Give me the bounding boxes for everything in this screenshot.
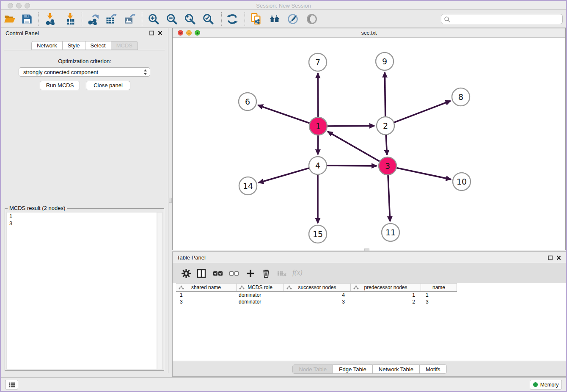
import-network-icon — [44, 13, 56, 25]
table-rows: 1dominator4113dominator323 — [176, 292, 457, 305]
column-header-predecessor-nodes[interactable]: predecessor nodes — [351, 284, 421, 291]
table-row[interactable]: 1dominator411 — [176, 292, 457, 298]
memory-button[interactable]: Memory — [530, 380, 562, 389]
control-panel-header: Control Panel — [1, 28, 168, 38]
toolbar-separator — [245, 12, 245, 26]
tab-node-table[interactable]: Node Table — [292, 364, 333, 374]
mcds-result-group: MCDS result (2 nodes) 13 — [5, 208, 164, 371]
clone-network-button[interactable] — [249, 12, 263, 26]
save-icon — [21, 13, 33, 25]
tab-network[interactable]: Network — [31, 41, 63, 50]
column-header-shared-name[interactable]: shared name — [176, 284, 237, 291]
deselect-all-button[interactable] — [228, 268, 240, 279]
table-cell[interactable]: dominator — [237, 292, 284, 298]
export-network-button[interactable] — [86, 12, 99, 26]
node-table: shared nameMCDS rolesuccessor nodesprede… — [173, 283, 567, 361]
main-titlebar: Session: New Session — [1, 1, 566, 10]
close-panel-button[interactable]: Close panel — [86, 81, 130, 90]
create-column-button[interactable] — [245, 268, 256, 279]
graph-node-label: 8 — [458, 92, 463, 102]
select-all-icon — [213, 268, 223, 279]
tab-edge-table[interactable]: Edge Table — [333, 364, 373, 374]
zoom-selected-button[interactable] — [201, 12, 215, 26]
horizontal-splitter-grip[interactable] — [364, 248, 369, 251]
column-type-icon — [179, 285, 184, 290]
tab-network-table[interactable]: Network Table — [373, 364, 420, 374]
mcds-result-line: 3 — [7, 220, 157, 227]
export-table-button[interactable] — [104, 12, 118, 26]
graph-edge-2-8[interactable] — [385, 101, 451, 126]
export-table-icon — [105, 13, 117, 25]
list-icon — [8, 381, 16, 388]
run-mcds-button[interactable]: Run MCDS — [40, 81, 80, 90]
first-neighbors-button[interactable] — [268, 12, 281, 26]
refresh-view-button[interactable] — [226, 12, 239, 26]
zoom-fit-button[interactable] — [183, 12, 197, 26]
table-cell[interactable]: 2 — [351, 298, 421, 305]
table-cell[interactable]: dominator — [237, 298, 284, 305]
zoom-fit-icon — [184, 13, 196, 25]
table-panel-title: Table Panel — [177, 254, 206, 261]
import-table-button[interactable] — [63, 12, 77, 26]
tab-mcds[interactable]: MCDS — [111, 41, 138, 50]
import-network-button[interactable] — [43, 12, 57, 26]
close-panel-icon[interactable] — [556, 255, 561, 260]
float-panel-icon[interactable] — [548, 255, 553, 260]
network-canvas[interactable]: 7968124314101511 — [173, 38, 565, 250]
function-builder-button[interactable]: f(x) — [292, 268, 303, 277]
show-columns-button[interactable] — [195, 268, 207, 279]
vertical-splitter-grip[interactable] — [169, 198, 172, 203]
refresh-icon — [226, 13, 238, 25]
graph-node-label: 11 — [385, 228, 396, 237]
table-cell[interactable]: 3 — [176, 298, 237, 305]
network-view-window: × − + scc.txt 7968124314101511 — [172, 28, 566, 250]
graph-edge-3-10[interactable] — [388, 166, 451, 179]
table-tabs-bar: Node TableEdge TableNetwork TableMotifs — [173, 361, 567, 376]
optimization-criterion-select[interactable]: strongly connected component — [19, 67, 150, 77]
column-header-mcds-role[interactable]: MCDS role — [237, 284, 284, 291]
table-cell[interactable]: 1 — [176, 292, 237, 298]
table-cell[interactable]: 1 — [421, 292, 457, 298]
close-panel-icon[interactable] — [157, 30, 163, 36]
tab-motifs[interactable]: Motifs — [420, 364, 447, 374]
result-scrollbar[interactable] — [157, 212, 162, 369]
mcds-result-title: MCDS result (2 nodes) — [8, 205, 67, 211]
table-cell[interactable]: 4 — [284, 292, 351, 298]
table-cell[interactable]: 3 — [284, 298, 351, 305]
memory-label: Memory — [540, 382, 559, 388]
control-panel-title: Control Panel — [6, 30, 39, 36]
columns-icon — [196, 268, 206, 279]
mcds-result-list: 13 — [6, 212, 157, 369]
clone-network-icon — [250, 13, 262, 25]
delete-table-button[interactable] — [276, 268, 288, 279]
delete-column-button[interactable] — [260, 268, 272, 279]
plus-icon — [245, 268, 256, 279]
table-toolbar: f(x) — [173, 263, 567, 283]
search-input[interactable] — [452, 15, 560, 23]
select-all-button[interactable] — [212, 268, 224, 279]
toolbar-separator — [221, 12, 222, 26]
tab-select[interactable]: Select — [85, 41, 111, 50]
table-settings-button[interactable] — [180, 268, 192, 279]
graph-edge-1-6[interactable] — [258, 105, 318, 126]
column-header-successor-nodes[interactable]: successor nodes — [284, 284, 351, 291]
table-row[interactable]: 3dominator323 — [176, 298, 457, 305]
main-toolbar — [1, 10, 566, 28]
graph-edge-3-1[interactable] — [328, 132, 388, 166]
task-history-button[interactable] — [5, 380, 18, 389]
graphics-details-button[interactable] — [305, 12, 319, 26]
toolbar-separator — [142, 12, 142, 26]
open-session-button[interactable] — [3, 12, 17, 26]
export-image-button[interactable] — [123, 12, 136, 26]
table-cell[interactable]: 3 — [421, 298, 457, 305]
export-image-icon — [124, 13, 135, 25]
style-toggle-button[interactable] — [286, 12, 300, 26]
float-panel-icon[interactable] — [149, 30, 154, 36]
tab-style[interactable]: Style — [63, 41, 85, 50]
save-session-button[interactable] — [20, 12, 33, 26]
zoom-in-button[interactable] — [147, 12, 160, 26]
session-title: Session: New Session — [1, 3, 566, 9]
table-cell[interactable]: 1 — [351, 292, 421, 298]
zoom-out-button[interactable] — [165, 12, 179, 26]
column-header-name[interactable]: name — [421, 284, 457, 291]
